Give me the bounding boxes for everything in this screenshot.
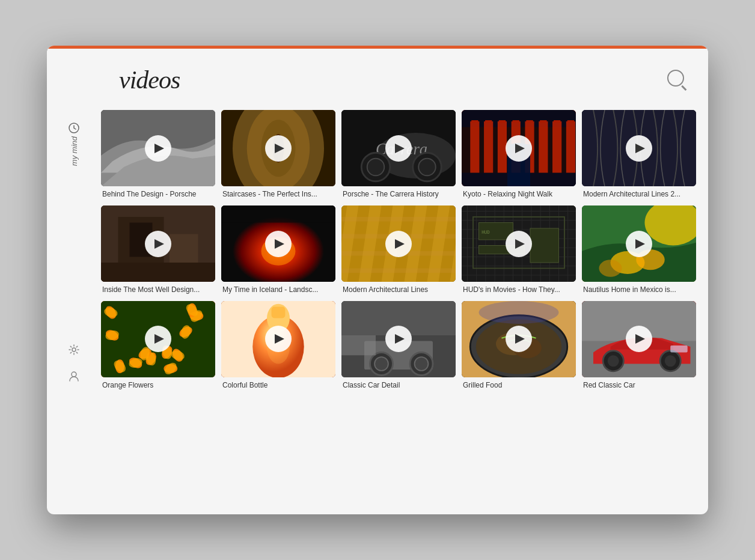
svg-rect-23	[499, 120, 506, 123]
sidebar: my mind	[47, 104, 101, 397]
page-header: videos	[47, 49, 708, 104]
svg-point-126	[479, 301, 559, 324]
play-button[interactable]	[626, 231, 652, 257]
search-button[interactable]	[667, 70, 684, 90]
video-label: Kyoto - Relaxing Night Walk	[462, 190, 576, 199]
svg-rect-28	[539, 121, 548, 172]
svg-rect-76	[530, 228, 558, 263]
browser-window: videos my mind	[47, 46, 708, 514]
play-button[interactable]	[506, 135, 532, 162]
video-card[interactable]: Classic Car Detail	[341, 301, 456, 391]
video-label: Grilled Food	[462, 381, 576, 391]
video-grid: Behind The Design - Porsche Staircases -…	[101, 104, 696, 397]
video-label: HUD's in Movies - How They...	[462, 285, 576, 295]
video-label: Inside The Most Well Design...	[101, 285, 215, 295]
svg-rect-25	[513, 120, 519, 123]
svg-rect-20	[484, 121, 493, 172]
main-layout: my mind	[47, 104, 708, 397]
video-label: Colorful Bottle	[221, 381, 335, 391]
video-label: Porsche - The Carrera History	[341, 190, 456, 199]
svg-rect-33	[567, 120, 574, 123]
svg-point-130	[608, 355, 619, 367]
sidebar-top: my mind	[68, 116, 80, 166]
video-card[interactable]: Carrera Porsche - The Carrera History	[341, 110, 456, 199]
play-button[interactable]	[626, 135, 652, 162]
svg-point-82	[599, 260, 622, 276]
svg-rect-29	[540, 120, 546, 123]
svg-point-1	[72, 348, 76, 352]
video-label: My Time in Iceland - Landsc...	[221, 285, 335, 295]
sidebar-mymind-icon[interactable]: my mind	[68, 122, 80, 166]
video-card[interactable]: Inside The Most Well Design...	[101, 205, 215, 295]
play-button[interactable]	[385, 231, 412, 257]
svg-rect-133	[670, 345, 687, 352]
play-button[interactable]	[385, 135, 412, 162]
video-label: Red Classic Car	[582, 381, 696, 391]
svg-point-2	[72, 372, 76, 377]
svg-rect-27	[526, 120, 533, 123]
video-card[interactable]: Staircases - The Perfect Ins...	[221, 110, 335, 199]
svg-rect-21	[485, 120, 492, 123]
svg-point-117	[374, 357, 388, 371]
svg-rect-111	[272, 306, 286, 318]
video-card[interactable]: Behind The Design - Porsche	[101, 110, 215, 199]
page-title: videos	[119, 65, 180, 94]
settings-icon[interactable]	[68, 344, 80, 358]
svg-rect-120	[341, 335, 376, 355]
video-card[interactable]: HUD HUD's in Movies - How They...	[462, 205, 576, 295]
video-card[interactable]: Kyoto - Relaxing Night Walk	[462, 110, 576, 199]
play-button[interactable]	[145, 135, 171, 162]
video-label: Orange Flowers	[101, 381, 215, 391]
svg-rect-32	[566, 121, 575, 172]
svg-rect-18	[470, 121, 479, 172]
svg-rect-19	[471, 120, 478, 123]
video-card[interactable]: Grilled Food	[462, 301, 576, 391]
clock-icon	[68, 122, 80, 134]
play-button[interactable]	[145, 231, 171, 257]
svg-rect-50	[341, 268, 456, 273]
svg-rect-45	[221, 205, 335, 222]
svg-text:HUD: HUD	[481, 230, 490, 235]
video-label: Classic Car Detail	[341, 381, 456, 391]
svg-point-132	[665, 355, 676, 367]
video-card[interactable]: Orange Flowers	[101, 301, 215, 391]
search-icon	[667, 70, 684, 87]
video-card[interactable]: Modern Architectural Lines	[341, 205, 456, 295]
video-card[interactable]: Red Classic Car	[582, 301, 696, 391]
svg-rect-30	[552, 121, 561, 172]
video-label: Nautilus Home in Mexico is...	[582, 285, 696, 295]
video-label: Modern Architectural Lines	[341, 285, 456, 295]
svg-point-119	[415, 357, 429, 371]
video-label: Behind The Design - Porsche	[101, 190, 215, 199]
video-card[interactable]: My Time in Iceland - Landsc...	[221, 205, 335, 295]
svg-rect-41	[101, 263, 215, 282]
svg-rect-31	[554, 120, 560, 123]
svg-point-13	[367, 159, 384, 175]
svg-rect-47	[341, 217, 456, 222]
video-label: Modern Architectural Lines 2...	[582, 190, 696, 199]
user-icon[interactable]	[68, 370, 80, 385]
svg-point-15	[418, 159, 435, 175]
video-label: Staircases - The Perfect Ins...	[221, 190, 335, 199]
play-button[interactable]	[265, 135, 292, 162]
mymind-label[interactable]: my mind	[70, 136, 79, 166]
play-button[interactable]	[265, 231, 292, 257]
video-card[interactable]: Modern Architectural Lines 2...	[582, 110, 696, 199]
play-button[interactable]	[506, 231, 532, 257]
video-card[interactable]: Colorful Bottle	[221, 301, 335, 391]
video-card[interactable]: Nautilus Home in Mexico is...	[582, 205, 696, 295]
